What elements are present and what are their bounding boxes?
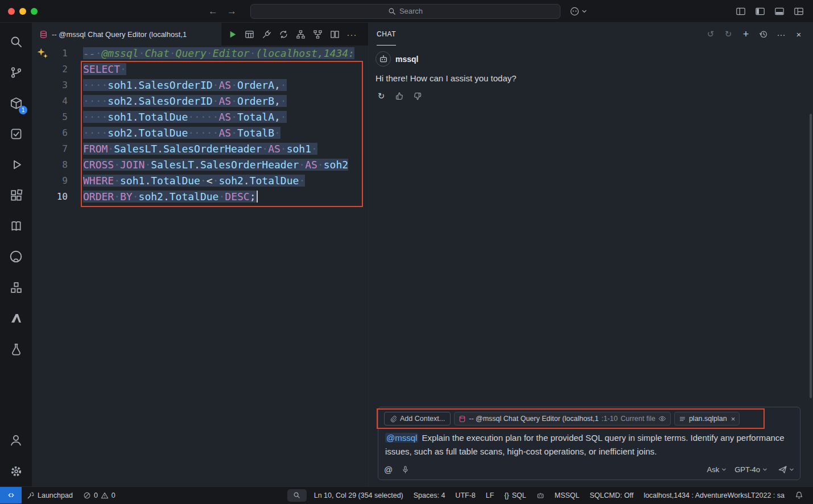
code-line-2[interactable]: SELECT· [83,61,354,77]
tab-chat[interactable]: CHAT [377,23,396,46]
copilot-menu-button[interactable] [569,6,587,16]
code-line-3[interactable]: ····soh1.SalesOrderID·AS·OrderA,· [83,77,354,93]
command-center-search[interactable]: Search [250,4,560,19]
indentation-status[interactable]: Spaces: 4 [408,491,451,499]
editor-tab[interactable]: -- @mssql Chat Query Editor (localhost,1 [32,23,221,46]
estimated-plan-button[interactable] [293,27,308,42]
language-status[interactable]: {} SQL [499,491,531,499]
more-actions-button[interactable]: ··· [344,27,360,42]
undo-icon[interactable]: ↺ [704,28,717,40]
zoom-indicator[interactable] [287,489,307,502]
sqlcmd-status[interactable]: SQLCMD: Off [585,491,639,499]
encoding-status[interactable]: UTF-8 [450,491,480,499]
editor-layout-icon[interactable] [736,6,746,16]
chat-history-button[interactable] [757,28,770,40]
activity-settings[interactable] [0,456,32,486]
list-icon [679,415,686,423]
activity-github[interactable] [0,241,32,272]
code-line-10[interactable]: ORDER·BY·soh2.TotalDue·DESC; [83,189,354,205]
disconnect-button[interactable] [259,27,274,42]
activity-tasks[interactable] [0,118,32,149]
run-debug-icon [10,158,23,171]
activity-azure[interactable] [0,303,32,333]
magnifier-icon [293,491,300,499]
flowchart-icon [313,30,323,39]
activity-mssql-tools[interactable] [0,333,32,364]
context-chip-query-editor[interactable]: -- @mssql Chat Query Editor (localhost,1… [454,412,671,425]
line-number-9[interactable]: 9 [32,173,68,189]
line-number-6[interactable]: 6 [32,125,68,141]
mode-dropdown[interactable]: Ask [705,464,729,475]
chat-input-text[interactable]: @mssqlExplain the execution plan for the… [385,431,793,458]
chat-header: CHAT ↺ ↻ + ··· × [369,23,813,46]
activity-notebooks[interactable] [0,210,32,241]
customize-layout-icon[interactable] [794,6,804,16]
model-dropdown[interactable]: GPT-4o [732,464,770,475]
code-line-8[interactable]: CROSS·JOIN·SalesLT.SalesOrderHeader·AS·s… [83,157,354,173]
minimize-window-button[interactable] [19,8,26,15]
connection-status[interactable]: localhost,1434 : AdventureWorksLT2022 : … [638,491,790,499]
eol-status[interactable]: LF [481,491,500,499]
add-context-label: Add Context... [400,415,445,423]
line-number-7[interactable]: 7 [32,141,68,157]
launchpad-status[interactable]: Launchpad [22,487,78,503]
chat-close-button[interactable]: × [793,28,805,40]
chat-scrollbar[interactable] [810,114,812,398]
line-number-10[interactable]: 10 [32,189,68,205]
split-editor-button[interactable] [327,27,342,42]
activity-run-debug[interactable] [0,149,32,180]
regenerate-button[interactable]: ↻ [375,90,387,102]
change-connection-button[interactable] [276,27,291,42]
activity-search[interactable] [0,26,32,57]
code-line-6[interactable]: ····soh2.TotalDue·····AS·TotalB· [83,125,354,141]
mention-button[interactable]: @ [384,465,393,474]
line-number-1[interactable]: 1 [32,46,68,61]
cursor-position-status[interactable]: Ln 10, Col 29 (354 selected) [309,491,408,499]
chat-input-box[interactable]: Add Context... -- @mssql Chat Query Edit… [378,407,800,480]
line-number-2[interactable]: 2 [32,61,68,77]
eye-icon[interactable] [658,415,666,423]
actual-plan-button[interactable] [310,27,325,42]
code-editor[interactable]: 12345678910 --·@mssql·Chat·Query·Editor·… [32,46,368,486]
line-number-8[interactable]: 8 [32,157,68,173]
close-window-button[interactable] [8,8,15,15]
context-chip-sqlplan[interactable]: plan.sqlplan × [674,412,740,425]
mention-chip[interactable]: @mssql [385,433,418,443]
code-line-4[interactable]: ····soh2.SalesOrderID·AS·OrderB,· [83,93,354,109]
line-number-4[interactable]: 4 [32,93,68,109]
results-grid-button[interactable] [242,27,257,42]
code-line-9[interactable]: WHERE·soh1.TotalDue·<·soh2.TotalDue· [83,173,354,189]
activity-accounts[interactable] [0,425,32,456]
new-chat-button[interactable]: + [740,28,752,40]
zoom-window-button[interactable] [31,8,38,15]
activity-package-explorer[interactable]: 1 [0,88,32,118]
problems-status[interactable]: 0 0 [78,487,121,503]
toggle-panel-icon[interactable] [774,6,785,16]
code-line-1[interactable]: --·@mssql·Chat·Query·Editor·(localhost,1… [83,46,354,61]
tools-icon [27,491,35,499]
chat-more-button[interactable]: ··· [775,28,787,40]
search-placeholder: Search [399,7,423,15]
mic-button[interactable] [401,465,410,474]
activity-extensions[interactable] [0,180,32,210]
line-number-3[interactable]: 3 [32,77,68,93]
activity-components[interactable] [0,272,32,303]
add-context-button[interactable]: Add Context... [384,412,451,425]
remote-indicator[interactable] [0,487,22,503]
run-query-button[interactable] [225,27,240,42]
notifications-button[interactable] [790,491,808,499]
send-button[interactable] [778,465,794,474]
history-back-icon[interactable]: ← [208,6,218,17]
toggle-sidebar-icon[interactable] [755,6,765,16]
line-number-5[interactable]: 5 [32,109,68,125]
history-forward-icon[interactable]: → [227,6,237,17]
activity-source-control[interactable] [0,57,32,88]
remove-chip-icon[interactable]: × [731,415,736,423]
thumbs-down-button[interactable] [412,90,423,102]
code-line-7[interactable]: FROM·SalesLT.SalesOrderHeader·AS·soh1· [83,141,354,157]
mssql-status[interactable]: MSSQL [550,491,585,499]
thumbs-up-button[interactable] [394,90,405,102]
redo-icon[interactable]: ↻ [722,28,734,40]
copilot-status[interactable] [531,491,550,499]
code-line-5[interactable]: ····soh1.TotalDue·····AS·TotalA,· [83,109,354,125]
